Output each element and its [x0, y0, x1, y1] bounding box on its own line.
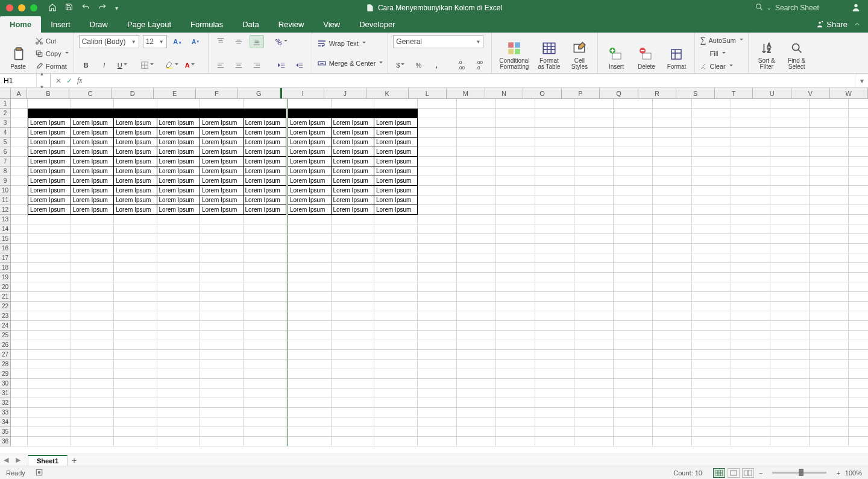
- cell[interactable]: [288, 350, 332, 360]
- cell[interactable]: Lorem Ipsum: [244, 167, 287, 176]
- row-header[interactable]: 34: [0, 417, 11, 427]
- cell[interactable]: [457, 215, 496, 224]
- cell[interactable]: Lorem Ipsum: [288, 195, 332, 205]
- cell[interactable]: Lorem Ipsum: [114, 157, 157, 167]
- cell[interactable]: [535, 99, 574, 109]
- cell[interactable]: [810, 379, 849, 389]
- cell[interactable]: [114, 253, 157, 263]
- cell[interactable]: [11, 167, 28, 176]
- cell[interactable]: [496, 417, 535, 427]
- cell[interactable]: [114, 109, 157, 118]
- cell[interactable]: [810, 109, 849, 118]
- cell[interactable]: [332, 427, 375, 437]
- cell[interactable]: Lorem Ipsum: [332, 147, 375, 157]
- cell[interactable]: [535, 292, 574, 302]
- cell[interactable]: [770, 282, 810, 292]
- cell[interactable]: [535, 398, 574, 408]
- cell[interactable]: [71, 360, 115, 369]
- cell[interactable]: [157, 389, 201, 398]
- cell[interactable]: [157, 340, 201, 350]
- cell[interactable]: [574, 234, 614, 244]
- cell[interactable]: Lorem Ipsum: [374, 138, 418, 147]
- cell[interactable]: Lorem Ipsum: [288, 176, 332, 186]
- cell[interactable]: [418, 205, 457, 215]
- cell[interactable]: [332, 302, 375, 311]
- cell[interactable]: [244, 331, 287, 340]
- cell[interactable]: [374, 311, 418, 321]
- cell[interactable]: [770, 302, 810, 311]
- cell[interactable]: [496, 389, 535, 398]
- cell[interactable]: [653, 147, 692, 157]
- cell[interactable]: [157, 302, 201, 311]
- cell[interactable]: [114, 331, 157, 340]
- cell[interactable]: [653, 128, 692, 138]
- cell[interactable]: [288, 369, 332, 379]
- cell[interactable]: Lorem Ipsum: [200, 118, 244, 128]
- cell[interactable]: [457, 167, 496, 176]
- cell[interactable]: Lorem Ipsum: [374, 205, 418, 215]
- find-select-button[interactable]: Find & Select: [784, 36, 810, 72]
- cell[interactable]: [71, 427, 115, 437]
- cell[interactable]: [114, 292, 157, 302]
- cell[interactable]: [496, 379, 535, 389]
- cell[interactable]: [457, 99, 496, 109]
- cell[interactable]: [810, 273, 849, 282]
- cell[interactable]: [535, 186, 574, 195]
- cell[interactable]: [200, 331, 244, 340]
- cell[interactable]: [614, 331, 653, 340]
- cell[interactable]: [457, 263, 496, 273]
- bold-button[interactable]: B: [79, 59, 93, 72]
- cell[interactable]: [332, 99, 375, 109]
- decrease-indent-button[interactable]: [274, 59, 289, 72]
- row-header[interactable]: 10: [0, 186, 11, 195]
- cell[interactable]: [653, 263, 692, 273]
- cell[interactable]: [770, 321, 810, 331]
- cell[interactable]: [535, 369, 574, 379]
- cell[interactable]: [288, 311, 332, 321]
- cell[interactable]: [200, 340, 244, 350]
- cell[interactable]: [849, 99, 869, 109]
- cell[interactable]: [28, 379, 71, 389]
- cell[interactable]: [731, 109, 770, 118]
- cell[interactable]: [574, 311, 614, 321]
- cell[interactable]: [535, 109, 574, 118]
- cell[interactable]: Lorem Ipsum: [200, 147, 244, 157]
- cell[interactable]: [692, 398, 731, 408]
- cell[interactable]: [200, 369, 244, 379]
- cell[interactable]: [614, 244, 653, 253]
- cell[interactable]: [692, 282, 731, 292]
- zoom-in-button[interactable]: +: [836, 469, 840, 477]
- cell[interactable]: [496, 138, 535, 147]
- cell[interactable]: [810, 369, 849, 379]
- cell[interactable]: [157, 321, 201, 331]
- cell[interactable]: [374, 282, 418, 292]
- cell[interactable]: [374, 273, 418, 282]
- cell[interactable]: [200, 253, 244, 263]
- cell[interactable]: [71, 398, 115, 408]
- cell[interactable]: [496, 157, 535, 167]
- cell[interactable]: [535, 379, 574, 389]
- cell[interactable]: Lorem Ipsum: [157, 138, 201, 147]
- align-bottom-button[interactable]: [250, 35, 264, 48]
- cell[interactable]: Lorem Ipsum: [288, 167, 332, 176]
- cell[interactable]: [849, 253, 869, 263]
- merge-center-button[interactable]: Merge & Center: [317, 55, 383, 72]
- cell[interactable]: [374, 234, 418, 244]
- cell[interactable]: [374, 292, 418, 302]
- cell[interactable]: [11, 273, 28, 282]
- cell[interactable]: [770, 427, 810, 437]
- cell[interactable]: [374, 437, 418, 446]
- cell[interactable]: [849, 234, 869, 244]
- cell[interactable]: [418, 109, 457, 118]
- row-header[interactable]: 11: [0, 195, 11, 205]
- cell[interactable]: [692, 360, 731, 369]
- cell[interactable]: [28, 417, 71, 427]
- cell[interactable]: [849, 244, 869, 253]
- sheet-tab[interactable]: Sheet1: [28, 455, 68, 466]
- cell[interactable]: [418, 118, 457, 128]
- row-headers[interactable]: 1234567891011121314151617181920212223242…: [0, 99, 11, 446]
- cell[interactable]: [332, 253, 375, 263]
- cell[interactable]: [692, 311, 731, 321]
- cell[interactable]: [244, 224, 287, 234]
- cell[interactable]: [653, 417, 692, 427]
